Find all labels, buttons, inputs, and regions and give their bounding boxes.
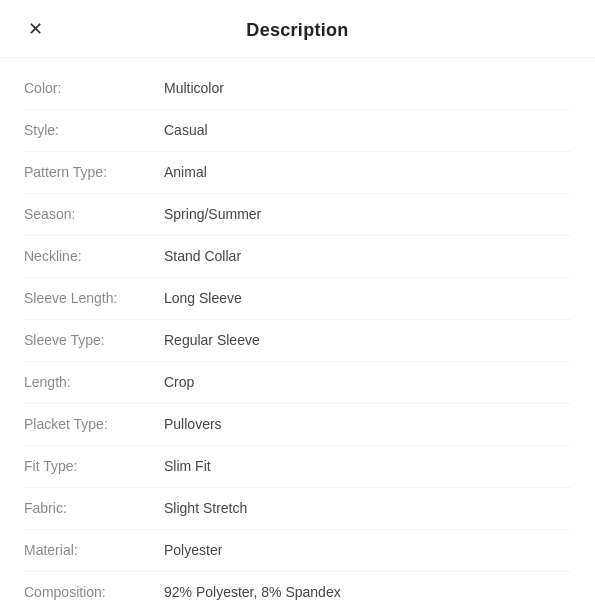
row-value: Multicolor [164, 78, 224, 99]
table-row: Season:Spring/Summer [24, 194, 571, 236]
description-content: Color:MulticolorStyle:CasualPattern Type… [0, 58, 595, 605]
table-row: Fabric:Slight Stretch [24, 488, 571, 530]
row-label: Fabric: [24, 498, 164, 519]
row-value: Stand Collar [164, 246, 241, 267]
row-label: Sleeve Type: [24, 330, 164, 351]
row-label: Pattern Type: [24, 162, 164, 183]
row-value: Spring/Summer [164, 204, 261, 225]
row-value: Slim Fit [164, 456, 211, 477]
row-value: Animal [164, 162, 207, 183]
header-title: Description [246, 20, 348, 41]
row-label: Season: [24, 204, 164, 225]
row-label: Composition: [24, 582, 164, 603]
table-row: Length:Crop [24, 362, 571, 404]
table-row: Color:Multicolor [24, 68, 571, 110]
row-value: Polyester [164, 540, 222, 561]
table-row: Style:Casual [24, 110, 571, 152]
row-label: Sleeve Length: [24, 288, 164, 309]
table-row: Neckline:Stand Collar [24, 236, 571, 278]
row-value: Slight Stretch [164, 498, 247, 519]
table-row: Placket Type:Pullovers [24, 404, 571, 446]
row-label: Material: [24, 540, 164, 561]
table-row: Pattern Type:Animal [24, 152, 571, 194]
table-row: Composition:92% Polyester, 8% Spandex [24, 572, 571, 605]
row-value: 92% Polyester, 8% Spandex [164, 582, 341, 603]
table-row: Sleeve Length:Long Sleeve [24, 278, 571, 320]
header: ✕ Description [0, 0, 595, 58]
row-label: Color: [24, 78, 164, 99]
row-value: Casual [164, 120, 208, 141]
table-row: Sleeve Type:Regular Sleeve [24, 320, 571, 362]
row-label: Fit Type: [24, 456, 164, 477]
row-label: Style: [24, 120, 164, 141]
table-row: Fit Type:Slim Fit [24, 446, 571, 488]
row-value: Crop [164, 372, 194, 393]
row-value: Regular Sleeve [164, 330, 260, 351]
row-label: Length: [24, 372, 164, 393]
close-button[interactable]: ✕ [20, 14, 50, 44]
row-label: Neckline: [24, 246, 164, 267]
row-label: Placket Type: [24, 414, 164, 435]
row-value: Pullovers [164, 414, 222, 435]
row-value: Long Sleeve [164, 288, 242, 309]
table-row: Material:Polyester [24, 530, 571, 572]
